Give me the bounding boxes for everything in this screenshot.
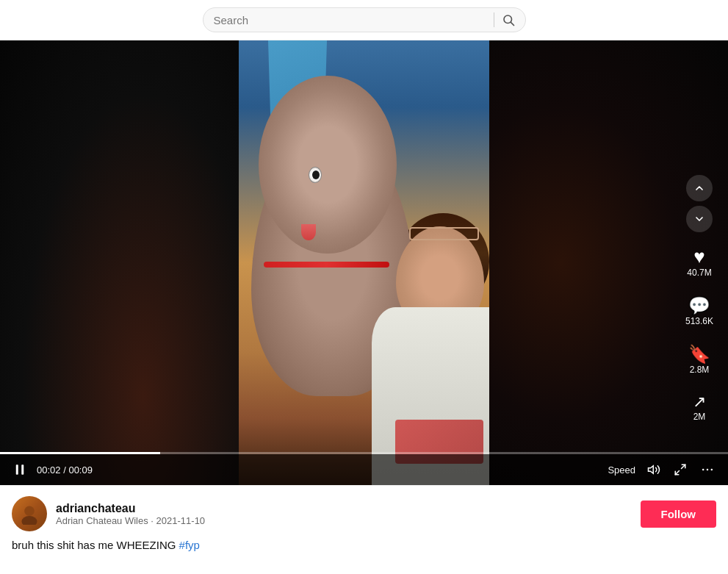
svg-line-6 <box>675 471 679 475</box>
chevron-down-icon <box>693 213 705 225</box>
like-count: 40.7M <box>687 268 711 278</box>
svg-line-1 <box>511 22 513 25</box>
svg-point-9 <box>711 469 713 471</box>
search-button[interactable] <box>502 13 515 26</box>
nav-down-button[interactable] <box>686 206 713 232</box>
comment-icon: 💬 <box>688 297 710 315</box>
author-info: adrianchateau Adrian Chateau Wiles · 202… <box>56 502 632 526</box>
pause-icon <box>13 463 26 476</box>
svg-line-5 <box>682 464 685 468</box>
bookmark-icon: 🔖 <box>688 345 710 363</box>
pause-button[interactable] <box>12 462 28 478</box>
bookmark-action: 🔖 2.8M <box>688 341 710 379</box>
video-scene <box>239 40 489 485</box>
bookmark-button[interactable]: 🔖 2.8M <box>688 341 710 379</box>
caption-hashtag[interactable]: #fyp <box>179 539 200 551</box>
heart-icon: ♥ <box>693 247 704 266</box>
svg-point-11 <box>22 516 37 525</box>
volume-button[interactable] <box>646 462 662 478</box>
like-action: ♥ 40.7M <box>687 243 711 282</box>
speed-button[interactable]: Speed <box>608 464 635 476</box>
svg-point-7 <box>702 469 704 471</box>
woman-glasses <box>409 227 479 240</box>
comment-count: 513.6K <box>685 316 713 326</box>
svg-marker-4 <box>649 466 654 474</box>
bookmark-count: 2.8M <box>690 365 710 375</box>
author-display-name: Adrian Chateau Wiles <box>56 515 148 526</box>
share-count: 2M <box>693 412 706 422</box>
author-date: 2021-11-10 <box>156 515 206 526</box>
search-bar[interactable] <box>203 7 526 32</box>
video-info-section: adrianchateau Adrian Chateau Wiles · 202… <box>0 485 728 559</box>
dog-collar <box>264 262 389 268</box>
current-time: 00:02 <box>37 464 61 476</box>
author-fullname: Adrian Chateau Wiles · 2021-11-10 <box>56 515 632 526</box>
video-left-panel <box>0 40 239 485</box>
side-actions: ♥ 40.7M 💬 513.6K 🔖 2.8M ↗ 2M <box>685 175 713 426</box>
follow-button[interactable]: Follow <box>641 501 717 528</box>
author-date-separator: · <box>151 515 156 526</box>
svg-point-10 <box>24 506 35 517</box>
author-row: adrianchateau Adrian Chateau Wiles · 202… <box>12 496 716 531</box>
like-button[interactable]: ♥ 40.7M <box>687 243 711 282</box>
total-time: 00:09 <box>68 464 93 476</box>
search-icon <box>502 13 515 26</box>
share-action: ↗ 2M <box>693 390 706 426</box>
share-icon: ↗ <box>693 394 706 410</box>
video-controls-bar: 00:02 / 00:09 Speed <box>0 454 728 485</box>
volume-icon <box>647 463 660 476</box>
chevron-up-icon <box>693 182 705 194</box>
comment-button[interactable]: 💬 513.6K <box>685 293 713 331</box>
comment-action: 💬 513.6K <box>685 293 713 331</box>
author-username: adrianchateau <box>56 502 632 515</box>
video-content <box>239 40 489 485</box>
nav-up-button[interactable] <box>686 175 713 201</box>
video-player[interactable]: 00:02 / 00:09 Speed <box>0 40 728 485</box>
video-timestamp: 00:02 / 00:09 <box>37 464 93 476</box>
ctrl-right-group: Speed <box>608 461 716 478</box>
search-divider <box>494 12 494 27</box>
fullscreen-button[interactable] <box>672 462 688 478</box>
fullscreen-icon <box>674 463 687 476</box>
header <box>0 0 728 40</box>
dog-head <box>259 76 397 254</box>
caption-text: bruh this shit has me WHEEZING <box>12 539 176 551</box>
more-options-button[interactable] <box>699 461 716 478</box>
svg-point-8 <box>707 469 709 471</box>
more-icon <box>700 462 715 477</box>
svg-rect-2 <box>16 464 18 475</box>
video-caption: bruh this shit has me WHEEZING #fyp <box>12 539 716 551</box>
search-input[interactable] <box>214 14 486 26</box>
svg-rect-3 <box>21 464 24 475</box>
share-button[interactable]: ↗ 2M <box>693 390 706 426</box>
avatar <box>12 496 47 531</box>
